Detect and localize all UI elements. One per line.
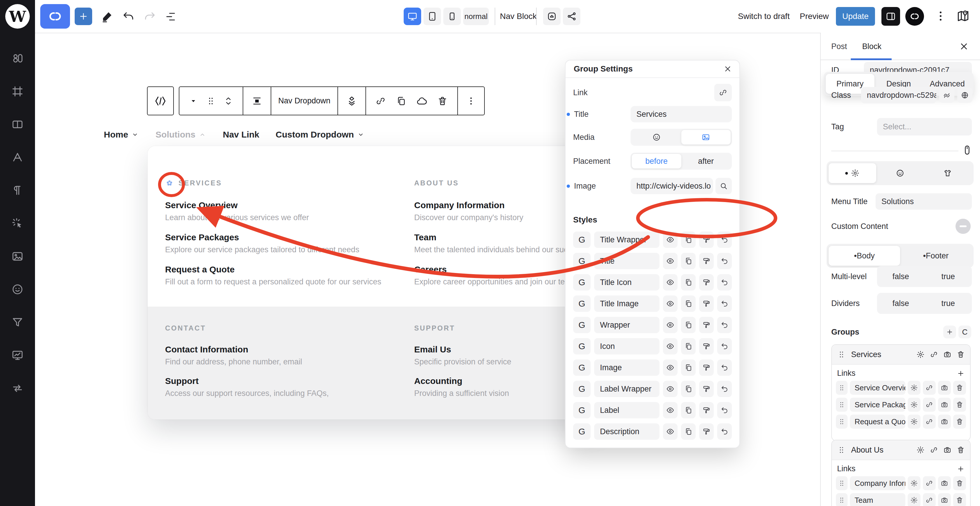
smiley-icon[interactable] (11, 283, 24, 296)
add-link-icon[interactable] (957, 465, 965, 473)
link-settings-button[interactable] (908, 381, 921, 395)
link-name-input[interactable]: Request a Quote (850, 415, 905, 429)
style-name-input[interactable]: Title (594, 253, 659, 269)
link-url-button[interactable] (923, 493, 935, 506)
menu-link-description[interactable]: Explore our service packages tailored to… (165, 245, 387, 255)
blueprint-button[interactable] (543, 8, 561, 25)
multi-level-true[interactable]: true (924, 272, 972, 281)
placement-after-option[interactable]: after (681, 154, 731, 168)
gear-icon[interactable] (916, 446, 924, 454)
style-paint-button[interactable] (699, 253, 714, 269)
close-icon[interactable] (958, 41, 969, 52)
title-input[interactable]: Services (631, 106, 732, 122)
style-visibility-button[interactable] (663, 231, 678, 248)
block-breadcrumb[interactable]: Nav Block (500, 12, 537, 21)
drag-handle[interactable] (836, 493, 848, 506)
undo-icon[interactable] (123, 11, 135, 23)
style-reset-button[interactable] (717, 381, 732, 397)
nav-item-solutions[interactable]: Solutions (156, 129, 207, 140)
magic-cursor-icon[interactable] (11, 217, 24, 230)
menu-link-title[interactable]: Request a Quote (165, 264, 387, 275)
filter-icon[interactable] (11, 316, 24, 329)
link-delete-button[interactable] (953, 397, 966, 412)
camera-icon[interactable] (943, 446, 951, 454)
style-reset-button[interactable] (717, 231, 732, 248)
mega-heading[interactable]: ABOUT US (414, 179, 459, 187)
block-switcher-button[interactable] (147, 86, 174, 115)
group-name[interactable]: About Us (851, 445, 911, 455)
trash-icon[interactable] (957, 446, 965, 454)
style-option[interactable] (924, 163, 972, 183)
switch-to-draft-button[interactable]: Switch to draft (738, 12, 789, 21)
style-reset-button[interactable] (717, 317, 732, 333)
style-name-input[interactable]: Label (594, 402, 659, 418)
style-paint-button[interactable] (699, 295, 714, 312)
trash-icon[interactable] (437, 96, 448, 106)
link-media-button[interactable] (938, 476, 951, 490)
placement-before-option[interactable]: before (632, 154, 681, 168)
move-up-down-icon[interactable] (223, 96, 233, 106)
icon-option[interactable] (876, 163, 924, 183)
style-visibility-button[interactable] (663, 423, 678, 440)
drag-handle[interactable] (836, 415, 848, 429)
menu-link-title[interactable]: Support (165, 375, 387, 386)
link-name-input[interactable]: Service Overview (850, 381, 905, 395)
edit-mode-pencil-icon[interactable] (101, 10, 114, 23)
tag-select[interactable]: Select... (877, 118, 972, 136)
style-name-input[interactable]: Icon (594, 338, 659, 354)
link-settings-button[interactable] (908, 476, 921, 490)
style-name-input[interactable]: Title Image (594, 295, 659, 312)
link-picker-button[interactable] (714, 84, 732, 101)
tablet-preview-button[interactable] (423, 8, 441, 25)
tab-post[interactable]: Post (831, 33, 847, 60)
style-name-input[interactable]: Image (594, 359, 659, 376)
nav-item-nav-link[interactable]: Nav Link (223, 129, 259, 140)
wordpress-logo[interactable]: W (5, 4, 30, 29)
style-visibility-button[interactable] (663, 402, 678, 418)
settings-option[interactable] (829, 163, 876, 183)
style-paint-button[interactable] (699, 402, 714, 418)
drag-handle[interactable] (836, 476, 848, 490)
dividers-true[interactable]: true (924, 299, 972, 308)
link-delete-button[interactable] (953, 381, 966, 395)
drag-handle[interactable] (836, 397, 848, 412)
desktop-preview-button[interactable] (404, 8, 421, 25)
style-reset-button[interactable] (717, 274, 732, 291)
style-name-input[interactable]: Description (594, 423, 659, 440)
link-url-button[interactable] (923, 415, 935, 429)
copy-groups-button[interactable]: C (958, 326, 971, 338)
link-name-input[interactable]: Team (850, 493, 905, 506)
image-search-button[interactable] (716, 178, 732, 194)
link-icon[interactable] (375, 96, 386, 106)
multi-level-false[interactable]: false (877, 272, 924, 281)
menu-link-description[interactable]: Learn about the various services we offe… (165, 212, 387, 222)
style-copy-button[interactable] (681, 402, 696, 418)
tab-block[interactable]: Block (862, 33, 881, 60)
link-settings-button[interactable] (908, 415, 921, 429)
style-copy-button[interactable] (681, 359, 696, 376)
link-url-button[interactable] (923, 397, 935, 412)
dividers-false[interactable]: false (877, 299, 924, 308)
camera-icon[interactable] (943, 350, 951, 359)
paragraph-icon[interactable] (11, 184, 24, 197)
link-url-button[interactable] (923, 476, 935, 490)
scroll-mouse-icon[interactable] (961, 144, 973, 156)
mega-heading[interactable]: SERVICES (178, 179, 222, 187)
link-settings-button[interactable] (908, 397, 921, 412)
drag-handle-icon[interactable] (837, 445, 846, 454)
image-url-input[interactable]: http://cwicly-videos.lo (631, 178, 713, 194)
nav-item-custom-dropdown[interactable]: Custom Dropdown (275, 129, 365, 140)
style-paint-button[interactable] (699, 381, 714, 397)
preview-button[interactable]: Preview (800, 12, 829, 21)
style-visibility-button[interactable] (663, 381, 678, 397)
link-name-input[interactable]: Company Information (850, 476, 905, 490)
group-name[interactable]: Services (851, 350, 911, 359)
block-inserter-button[interactable] (75, 8, 92, 25)
menu-link-title[interactable]: Contact Information (165, 344, 387, 355)
class-scribble-button[interactable] (939, 88, 955, 103)
style-visibility-button[interactable] (663, 274, 678, 291)
body-option[interactable]: •Body (829, 246, 900, 266)
cloud-icon[interactable] (416, 96, 427, 107)
footer-option[interactable]: •Footer (900, 246, 972, 266)
style-paint-button[interactable] (699, 317, 714, 333)
